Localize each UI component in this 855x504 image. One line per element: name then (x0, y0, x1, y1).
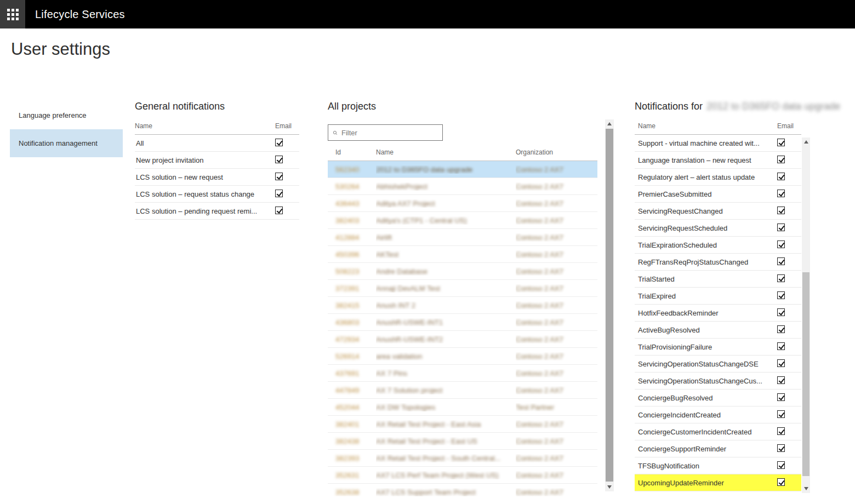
email-checkbox[interactable] (777, 257, 785, 265)
project-row[interactable]: 452044 AX DW Topologies Test Partner (328, 399, 597, 416)
project-row[interactable]: 436443 Aditya AX7 Project Contoso 2 AX7 (328, 195, 597, 212)
notification-name: TrialProvisioningFailure (635, 343, 777, 351)
project-row[interactable]: 526914 area validation Contoso 2 AX7 (328, 348, 597, 365)
project-row[interactable]: 450396 AKTest Contoso 2 AX7 (328, 246, 597, 263)
project-notifications-title: Notifications for 2012 to D365FO data up… (635, 100, 801, 112)
project-id-link[interactable]: 472934 (328, 335, 376, 343)
email-checkbox[interactable] (777, 240, 785, 248)
email-checkbox[interactable] (275, 207, 283, 214)
email-checkbox[interactable] (777, 139, 785, 146)
project-id-link[interactable]: 530264 (328, 182, 376, 191)
email-checkbox[interactable] (275, 190, 283, 197)
scroll-up-button[interactable] (802, 138, 810, 146)
project-id-link[interactable]: 352638 (328, 488, 376, 496)
project-id-link[interactable]: 436443 (328, 199, 376, 208)
project-name-cell: 2012 to D365FO data upgrade (376, 165, 516, 174)
project-filter[interactable] (328, 124, 443, 141)
email-checkbox[interactable] (777, 224, 785, 231)
scroll-up-button[interactable] (605, 119, 614, 128)
scroll-down-button[interactable] (605, 483, 614, 491)
project-id-link[interactable]: 382438 (328, 437, 376, 445)
project-row[interactable]: 437691 AX 7 Pins Contoso 2 AX7 (328, 365, 597, 382)
project-row[interactable]: 412884 Airlift Contoso 2 AX7 (328, 229, 597, 246)
email-checkbox[interactable] (777, 190, 785, 197)
notification-row: UpcomingUpdateReminder (635, 474, 801, 491)
project-row[interactable]: 562340 2012 to D365FO data upgrade Conto… (328, 161, 597, 178)
email-checkbox[interactable] (777, 478, 785, 486)
notifications-scrollbar[interactable] (802, 138, 810, 493)
project-id-link[interactable]: 382415 (328, 301, 376, 310)
project-org-cell: Contoso 2 AX7 (516, 199, 597, 208)
project-row[interactable]: 382415 Anush INT 2 Contoso 2 AX7 (328, 297, 597, 314)
email-checkbox[interactable] (777, 376, 785, 384)
notification-name: TrialStarted (635, 275, 777, 283)
email-checkbox[interactable] (777, 359, 785, 367)
sidebar-item[interactable]: Notification management (10, 129, 123, 157)
project-id-link[interactable]: 352631 (328, 471, 376, 479)
project-id-link[interactable]: 562340 (328, 165, 376, 174)
column-header-id: Id (328, 148, 376, 156)
email-checkbox[interactable] (777, 342, 785, 350)
notification-name: ServicingRequestScheduled (635, 224, 777, 232)
project-row[interactable]: 436803 AnushR-USWE-INT1 Contoso 2 AX7 (328, 314, 597, 331)
project-id-link[interactable]: 412884 (328, 233, 376, 242)
project-id-link[interactable]: 450396 (328, 250, 376, 259)
project-row[interactable]: 352631 AX7 LCS Perf Team Project (West U… (328, 467, 597, 484)
project-id-link[interactable]: 436803 (328, 318, 376, 327)
email-checkbox[interactable] (777, 156, 785, 163)
project-row[interactable]: 472934 AnushR-USWE-INT2 Contoso 2 AX7 (328, 331, 597, 348)
notification-row: ConciergeBugResolved (635, 390, 801, 406)
project-name-cell: AnushR-USWE-INT2 (376, 335, 516, 343)
email-checkbox[interactable] (777, 325, 785, 333)
notifications-scrollbar-thumb[interactable] (802, 272, 810, 476)
project-row[interactable]: 508223 Andre Database Contoso 2 AX7 (328, 263, 597, 280)
project-id-link[interactable]: 382393 (328, 454, 376, 462)
project-name-cell: Anush INT 2 (376, 301, 516, 310)
projects-table-header: Id Name Organization (328, 145, 597, 161)
app-launcher-button[interactable] (0, 0, 25, 28)
projects-scrollbar-thumb[interactable] (606, 129, 613, 482)
email-checkbox[interactable] (777, 444, 785, 452)
email-checkbox[interactable] (777, 274, 785, 282)
project-row[interactable]: 382401 AX Retail Test Project - East Asi… (328, 416, 597, 433)
email-checkbox[interactable] (777, 291, 785, 299)
general-notifications-title: General notifications (135, 100, 299, 112)
arrow-up-icon (607, 122, 612, 125)
email-checkbox[interactable] (777, 461, 785, 469)
project-row[interactable]: 447849 AX 7 Solution project Contoso 2 A… (328, 382, 597, 399)
email-checkbox[interactable] (275, 156, 283, 163)
sidebar-item[interactable]: Language preference (10, 101, 123, 129)
project-id-link[interactable]: 437691 (328, 369, 376, 377)
project-row[interactable]: 382393 AX Retail Test Project - South Ce… (328, 450, 597, 467)
project-name-cell: Annaji DevALM Test (376, 284, 516, 293)
project-row[interactable]: 352638 AX7 LCS Support Team Project Cont… (328, 484, 597, 496)
notification-name: ActiveBugResolved (635, 326, 777, 334)
email-checkbox[interactable] (275, 139, 283, 146)
project-row[interactable]: 372391 Annaji DevALM Test Contoso 2 AX7 (328, 280, 597, 297)
project-id-link[interactable]: 452044 (328, 403, 376, 411)
project-filter-input[interactable] (341, 129, 438, 137)
email-checkbox[interactable] (777, 173, 785, 180)
project-id-link[interactable]: 508223 (328, 267, 376, 276)
general-notification-name: LCS solution – pending request remi... (135, 207, 275, 215)
project-row[interactable]: 382438 AX Retail Test Project - East US … (328, 433, 597, 450)
notification-row: TrialProvisioningFailure (635, 339, 801, 356)
project-row[interactable]: 382403 Aditya's (CTP1 - Central US) Cont… (328, 212, 597, 229)
project-id-link[interactable]: 382401 (328, 420, 376, 428)
project-id-link[interactable]: 372391 (328, 284, 376, 293)
project-row[interactable]: 530264 AbhishekProject Contoso 2 AX7 (328, 178, 597, 195)
all-projects-title: All projects (328, 100, 597, 112)
project-id-link[interactable]: 526914 (328, 352, 376, 360)
project-id-link[interactable]: 447849 (328, 386, 376, 394)
email-checkbox[interactable] (275, 173, 283, 180)
email-checkbox[interactable] (777, 207, 785, 214)
email-checkbox[interactable] (777, 427, 785, 435)
general-notification-row: LCS solution – pending request remi... (135, 203, 299, 220)
email-checkbox[interactable] (777, 393, 785, 401)
app-title: Lifecycle Services (35, 8, 125, 21)
projects-scrollbar[interactable] (605, 119, 614, 491)
scroll-down-button[interactable] (802, 484, 810, 493)
email-checkbox[interactable] (777, 410, 785, 418)
project-id-link[interactable]: 382403 (328, 216, 376, 225)
email-checkbox[interactable] (777, 308, 785, 316)
